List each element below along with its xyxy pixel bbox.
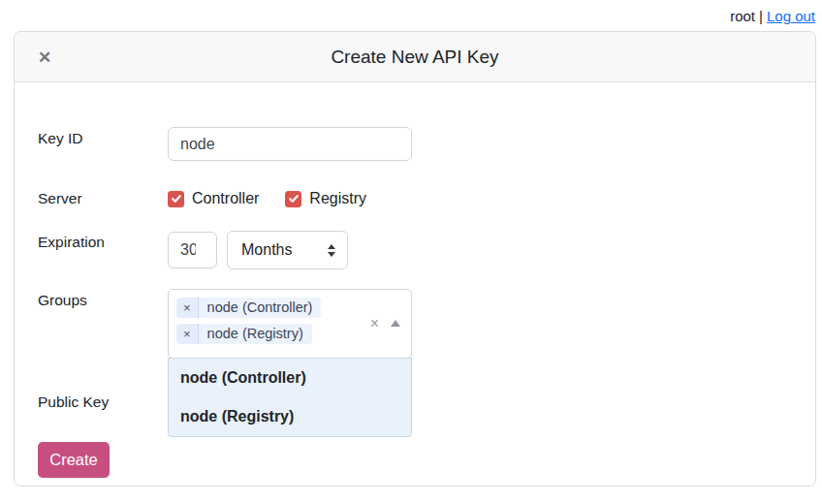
controller-checkbox[interactable]: Controller xyxy=(168,190,259,207)
key-id-input[interactable] xyxy=(168,127,412,161)
close-icon: ✕ xyxy=(38,47,51,66)
dropdown-option-registry[interactable]: node (Registry) xyxy=(169,397,411,436)
remove-tag-icon[interactable]: × xyxy=(176,298,199,318)
tag-label: node (Registry) xyxy=(199,324,312,344)
create-api-key-modal: ✕ Create New API Key Key ID Server Contr… xyxy=(14,31,816,487)
close-button[interactable]: ✕ xyxy=(38,48,51,65)
tag-label: node (Controller) xyxy=(199,298,322,318)
clear-selection-icon[interactable]: × xyxy=(370,316,379,331)
key-id-label: Key ID xyxy=(38,127,168,147)
separator: | xyxy=(759,8,763,24)
groups-label: Groups xyxy=(38,289,168,309)
expiration-label: Expiration xyxy=(38,231,168,251)
registry-checkbox-label: Registry xyxy=(309,190,366,207)
expiration-controls: 30 Months xyxy=(168,231,348,269)
expiration-value-input[interactable]: 30 xyxy=(168,232,217,268)
modal-header: ✕ Create New API Key xyxy=(15,32,815,82)
modal-body: Key ID Server Controller Registry xyxy=(15,82,815,478)
server-row: Server Controller Registry xyxy=(38,190,792,207)
username-label: root xyxy=(730,8,755,24)
remove-tag-icon[interactable]: × xyxy=(176,324,199,344)
public-key-row: Public Key xyxy=(38,391,792,411)
modal-title: Create New API Key xyxy=(331,47,498,68)
select-up-down-icon xyxy=(328,244,335,257)
expiration-unit-value: Months xyxy=(241,241,292,259)
groups-row: Groups × node (Controller) × node (Regis… xyxy=(38,289,792,359)
user-session-bar: root|Log out xyxy=(730,8,815,24)
controller-checkbox-label: Controller xyxy=(192,190,259,207)
selected-tag: × node (Controller) xyxy=(176,298,321,318)
expiration-value: 30 xyxy=(180,241,196,259)
groups-multiselect[interactable]: × node (Controller) × node (Registry) × … xyxy=(168,289,412,359)
create-button[interactable]: Create xyxy=(38,442,110,478)
dropdown-caret-up-icon[interactable] xyxy=(391,320,400,327)
dropdown-option-controller[interactable]: node (Controller) xyxy=(169,359,411,397)
logout-link[interactable]: Log out xyxy=(767,8,815,24)
expiration-unit-select[interactable]: Months xyxy=(227,231,348,269)
checkbox-checked-icon xyxy=(168,191,184,207)
expiration-row: Expiration 30 Months xyxy=(38,231,792,269)
groups-dropdown: node (Controller) node (Registry) xyxy=(168,358,412,437)
checkbox-checked-icon xyxy=(285,191,301,207)
registry-checkbox[interactable]: Registry xyxy=(285,190,366,207)
selected-tag: × node (Registry) xyxy=(176,324,312,344)
server-checkbox-group: Controller Registry xyxy=(168,190,366,207)
public-key-label: Public Key xyxy=(38,391,168,411)
server-label: Server xyxy=(38,190,168,207)
key-id-row: Key ID xyxy=(38,127,792,161)
